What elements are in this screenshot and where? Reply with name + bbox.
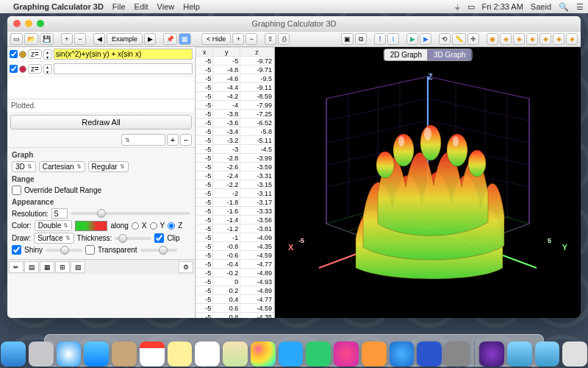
print-button[interactable]: ⎙ <box>278 33 290 45</box>
open-button[interactable]: 📂 <box>24 33 38 45</box>
axes-button[interactable]: ✛ <box>467 33 479 45</box>
table-cell[interactable]: -3 <box>213 145 240 154</box>
table-row[interactable]: -5-4.4-9.11 <box>196 83 274 92</box>
table-cell[interactable]: -6.52 <box>240 118 274 127</box>
table-cell[interactable]: -4.35 <box>240 313 274 319</box>
clip-checkbox[interactable] <box>154 233 164 243</box>
table-row[interactable]: -5-2.6-3.59 <box>196 163 274 171</box>
table-cell[interactable]: -5 <box>196 74 213 83</box>
table-cell[interactable]: -3.31 <box>240 171 274 180</box>
menu-edit[interactable]: Edit <box>135 2 148 11</box>
table-row[interactable]: -5-0.8-4.35 <box>196 242 274 251</box>
dock-contacts-icon[interactable] <box>112 342 137 367</box>
table-cell[interactable]: -3.17 <box>240 198 274 207</box>
table-row[interactable]: -5-4.2-8.59 <box>196 92 274 101</box>
table-minus-button[interactable]: − <box>245 33 257 45</box>
user-menu[interactable]: Saeid <box>531 2 551 11</box>
table-row[interactable]: -50.2-4.89 <box>196 286 274 295</box>
table-row[interactable]: -5-4.6-9.5 <box>196 74 274 83</box>
table-cell[interactable]: -7.25 <box>240 110 274 118</box>
table-cell[interactable]: -5 <box>196 286 213 295</box>
table-cell[interactable]: -4.89 <box>240 269 274 277</box>
preset-remove-button[interactable]: − <box>180 134 192 146</box>
override-range-checkbox[interactable] <box>12 185 21 195</box>
table-cell[interactable]: -3.33 <box>240 207 274 216</box>
menu-view[interactable]: View <box>157 2 175 11</box>
table-cell[interactable]: -5 <box>213 57 240 66</box>
table-cell[interactable]: -4.77 <box>240 295 274 304</box>
table-header[interactable]: y <box>213 48 240 57</box>
table-row[interactable]: -5-1.4-3.56 <box>196 216 274 224</box>
notification-center-icon[interactable]: ☰ <box>576 2 584 12</box>
table-row[interactable]: -5-1.6-3.33 <box>196 207 274 216</box>
table-cell[interactable]: -5 <box>196 313 213 319</box>
table-row[interactable]: -5-0.4-4.77 <box>196 260 274 269</box>
dock-itunes-icon[interactable] <box>334 342 359 367</box>
table-cell[interactable]: -0.6 <box>213 251 240 260</box>
table-cell[interactable]: -3.59 <box>240 163 274 171</box>
table-row[interactable]: -5-2.4-3.31 <box>196 171 274 180</box>
dock-settings-icon[interactable] <box>445 342 470 367</box>
table-cell[interactable]: -1.2 <box>213 224 240 233</box>
view-preset-2[interactable]: ◈ <box>500 33 512 45</box>
save-button[interactable]: 💾 <box>40 33 54 45</box>
table-cell[interactable]: -5 <box>196 189 213 198</box>
preset-add-button[interactable]: + <box>167 134 179 146</box>
shiny-checkbox[interactable] <box>12 245 21 255</box>
table-cell[interactable]: -3.56 <box>240 216 274 224</box>
animate-start-button[interactable]: ▶ <box>406 33 418 45</box>
titlebar[interactable]: Graphing Calculator 3D <box>7 16 581 31</box>
copy-image-button[interactable]: ⧉ <box>355 33 367 45</box>
table-cell[interactable]: -5 <box>196 242 213 251</box>
ruler-button[interactable]: 📏 <box>452 33 466 45</box>
minus-button[interactable]: − <box>74 33 86 45</box>
view-preset-7[interactable]: ◈ <box>566 33 578 45</box>
table-plus-button[interactable]: + <box>232 33 244 45</box>
color-gradient-swatch[interactable] <box>75 221 107 231</box>
dock-photos-icon[interactable] <box>251 342 276 367</box>
grid-toggle-button[interactable]: ▦ <box>179 33 191 45</box>
table-row[interactable]: -5-3.2-5.11 <box>196 136 274 145</box>
app-menu[interactable]: Graphing Calculator 3D <box>13 2 104 11</box>
table-row[interactable]: -5-5-9.72 <box>196 57 274 66</box>
table-row[interactable]: -5-0.2-4.89 <box>196 269 274 277</box>
pin-button[interactable]: 📌 <box>163 33 177 45</box>
table-cell[interactable]: 0.8 <box>213 313 240 319</box>
menu-file[interactable]: File <box>112 2 126 11</box>
example-button[interactable]: Example <box>107 33 143 45</box>
table-cell[interactable]: 0.4 <box>213 295 240 304</box>
close-button[interactable] <box>13 20 21 27</box>
table-cell[interactable]: 0.6 <box>213 304 240 313</box>
table-cell[interactable]: -5 <box>196 207 213 216</box>
table-row[interactable]: -5-4-7.99 <box>196 101 274 110</box>
animate-play-button[interactable]: ▶ <box>420 33 431 45</box>
tab-3d-graph[interactable]: 3D Graph <box>428 49 471 60</box>
dock-maps-icon[interactable] <box>223 342 248 367</box>
table-cell[interactable]: -1.4 <box>213 216 240 224</box>
share-tw-button[interactable]: t <box>387 33 399 45</box>
tab-2d-graph[interactable]: 2D Graph <box>384 49 428 60</box>
panel-tab-1[interactable]: ✏ <box>9 261 24 273</box>
table-cell[interactable]: -9.72 <box>240 57 274 66</box>
table-row[interactable]: -50-4.93 <box>196 277 274 286</box>
table-cell[interactable]: -5 <box>196 224 213 233</box>
table-row[interactable]: -50.8-4.35 <box>196 313 274 319</box>
table-cell[interactable]: -5 <box>196 110 213 118</box>
table-cell[interactable]: -3.99 <box>240 154 274 163</box>
table-cell[interactable]: -5 <box>196 304 213 313</box>
table-cell[interactable]: -4.59 <box>240 304 274 313</box>
table-cell[interactable]: -9.11 <box>240 83 274 92</box>
thickness-slider[interactable] <box>115 237 151 240</box>
table-row[interactable]: -50.4-4.77 <box>196 295 274 304</box>
table-cell[interactable]: -5 <box>196 260 213 269</box>
equation-var-select[interactable]: z= <box>28 64 42 74</box>
table-cell[interactable]: -5 <box>196 101 213 110</box>
table-cell[interactable]: -4.59 <box>240 251 274 260</box>
plus-button[interactable]: + <box>61 33 73 45</box>
table-cell[interactable]: -5 <box>196 154 213 163</box>
equation-stepper[interactable]: ▴▾ <box>43 64 52 74</box>
table-cell[interactable]: -7.99 <box>240 101 274 110</box>
table-cell[interactable]: -5 <box>196 118 213 127</box>
table-cell[interactable]: -4.93 <box>240 277 274 286</box>
preset-select[interactable] <box>121 134 165 146</box>
